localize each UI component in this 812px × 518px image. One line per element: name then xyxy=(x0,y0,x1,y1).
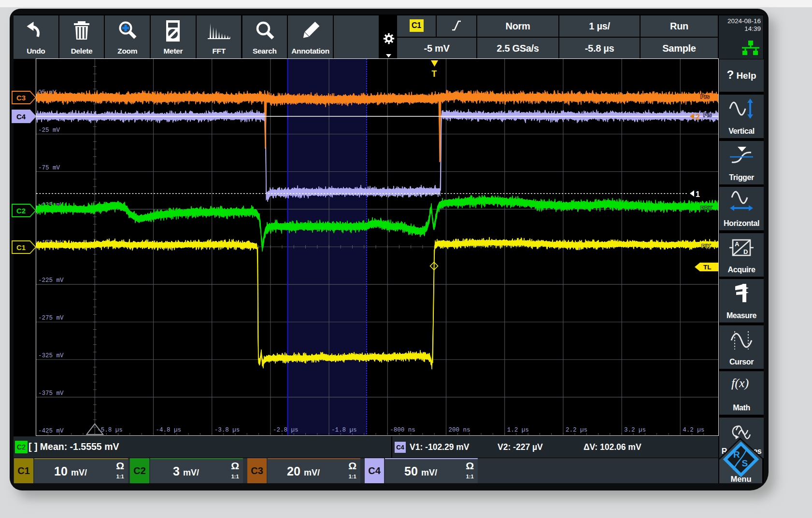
svg-text:1: 1 xyxy=(696,190,700,198)
svg-text:C3: C3 xyxy=(16,94,26,102)
svg-text:PRK: PRK xyxy=(700,205,712,211)
svg-text:-4.8 µs: -4.8 µs xyxy=(156,427,181,434)
svg-text:-800 ns: -800 ns xyxy=(390,427,415,434)
svg-text:2: 2 xyxy=(696,113,700,121)
svg-text:f(x): f(x) xyxy=(731,376,749,390)
svg-text:R: R xyxy=(733,449,740,460)
svg-text:-75 mV: -75 mV xyxy=(38,165,60,171)
svg-text:C2: C2 xyxy=(16,207,26,215)
svg-text:C1: C1 xyxy=(16,243,26,252)
svg-text:-3.8 µs: -3.8 µs xyxy=(214,427,240,434)
svg-text:-275 mV: -275 mV xyxy=(38,315,64,322)
svg-text:-375 mV: -375 mV xyxy=(38,390,64,397)
svg-text:A: A xyxy=(735,240,740,248)
svg-text:TL: TL xyxy=(703,264,712,271)
svg-text:-325 mV: -325 mV xyxy=(38,352,64,359)
svg-text:2.2 µs: 2.2 µs xyxy=(565,427,587,434)
svg-text:Menu: Menu xyxy=(730,475,751,483)
svg-text:1.2 µs: 1.2 µs xyxy=(507,427,528,434)
svg-text:-2.8 µs: -2.8 µs xyxy=(272,427,298,434)
svg-text:-1.8 µs: -1.8 µs xyxy=(331,427,357,434)
svg-text:Pis: Pis xyxy=(703,112,712,118)
svg-text:-225 mV: -225 mV xyxy=(38,277,64,284)
svg-text:-25 mV: -25 mV xyxy=(38,127,60,134)
svg-text:T: T xyxy=(431,69,437,79)
svg-text:D: D xyxy=(743,248,748,255)
svg-text:Prs: Prs xyxy=(700,94,710,99)
svg-text:PIK: PIK xyxy=(701,243,711,249)
svg-text:C4: C4 xyxy=(16,112,26,121)
svg-text:200 ns: 200 ns xyxy=(448,427,470,434)
svg-text:3.2 µs: 3.2 µs xyxy=(624,427,646,434)
svg-text:-425 mV: -425 mV xyxy=(38,428,64,434)
svg-text:4.2 µs: 4.2 µs xyxy=(683,427,704,434)
svg-text:S: S xyxy=(742,458,748,468)
